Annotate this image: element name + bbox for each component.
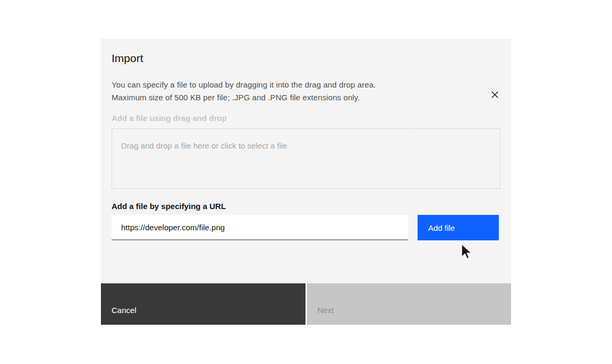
file-drop-zone[interactable]: Drag and drop a file here or click to se… xyxy=(112,128,500,189)
url-section-label: Add a file by specifying a URL xyxy=(112,202,500,211)
modal-body: You can specify a file to upload by drag… xyxy=(101,65,511,283)
close-icon xyxy=(490,90,499,99)
modal-footer: Cancel Next xyxy=(101,283,511,325)
close-button[interactable] xyxy=(486,86,503,103)
import-modal: Import You can specify a file to upload … xyxy=(101,39,511,325)
drag-drop-label: Add a file using drag and drop xyxy=(112,114,500,123)
modal-header: Import xyxy=(101,39,511,65)
url-input[interactable] xyxy=(112,215,408,240)
url-input-row: Add file xyxy=(112,215,500,240)
next-button[interactable]: Next xyxy=(307,283,512,325)
cancel-button[interactable]: Cancel xyxy=(101,283,305,325)
page-title: Import xyxy=(112,51,500,65)
modal-description: You can specify a file to upload by drag… xyxy=(112,79,396,104)
drop-zone-placeholder: Drag and drop a file here or click to se… xyxy=(121,141,287,150)
add-file-button[interactable]: Add file xyxy=(418,215,499,240)
